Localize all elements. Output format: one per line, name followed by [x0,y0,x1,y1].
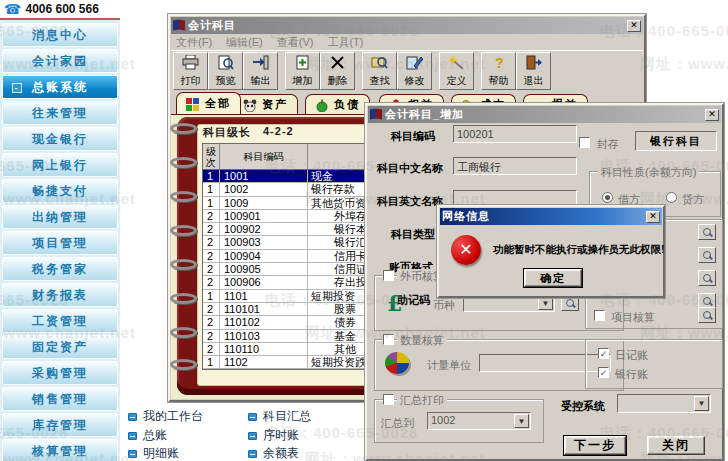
dialog-close-button[interactable]: ✕ [705,109,719,121]
binder-ring [170,293,197,304]
journal-checkbox[interactable] [598,348,609,359]
delete-icon [329,55,346,70]
help-button[interactable]: ? 帮助 [481,52,516,90]
binder-ring [170,157,197,168]
sidebar-item-general-ledger[interactable]: -总账系统 [2,75,118,99]
controlled-system-combobox[interactable]: ▼ [617,394,711,413]
print-button[interactable]: 打印 [173,52,208,90]
sidebar-item-inventory[interactable]: 库存管理 [2,413,118,437]
sidebar-item-fixed-assets[interactable]: 固定资产 [2,335,118,359]
unit-label: 计量单位 [427,358,471,373]
sidebar-item-cash-bank[interactable]: 现金银行 [2,127,118,151]
code-input[interactable]: 100201 [453,125,577,143]
next-button[interactable]: 下一步 [564,436,626,455]
link-my-workbench[interactable]: 我的工作台 [128,408,203,425]
toolbar: 打印 预览 输出 增加 删除 查找 [171,50,643,91]
sidebar-item-salary[interactable]: 工资管理 [2,309,118,333]
network-message-box: 网络信息 ✕ 功能暂时不能执行或操作员无此权限! 确定 [437,205,665,298]
nature-title: 科目性质(余额方向) [598,165,699,180]
exit-button[interactable]: 退出 [516,52,551,90]
binder-ring [170,359,197,370]
toolbar-separator [474,52,481,90]
link-icon [128,450,137,458]
type-label: 科目类型 [391,227,435,242]
tab-liabilities[interactable]: 负债 [305,94,370,114]
sidebar-item-accounting-home[interactable]: 会计家园 [2,49,118,73]
panda-icon [243,98,257,111]
chevron-down-icon[interactable]: ▼ [538,296,553,310]
find-button[interactable]: 查找 [362,52,397,90]
currency-label: 币种 [433,298,455,313]
export-button[interactable]: 输出 [243,52,278,90]
search-icon[interactable] [698,307,716,323]
menu-tools[interactable]: 工具(T) [327,35,363,50]
cn-name-input[interactable]: 工商银行 [453,157,577,175]
debit-radio[interactable] [602,192,613,203]
pie-chart-icon [385,352,409,374]
pound-icon: £ [387,290,402,316]
summary-print-checkbox[interactable] [383,394,394,405]
search-icon[interactable] [698,247,716,263]
dialog-titlebar[interactable]: 会计科目_增加 ✕ [368,106,721,123]
summary-groupbox: 汇总打印 汇总到 1002▼ [374,399,544,443]
chevron-down-icon[interactable]: ▼ [694,396,709,411]
book-icon [173,20,185,31]
sidebar-item-current-mgmt[interactable]: 往来管理 [2,101,118,125]
main-titlebar[interactable]: 会计科目 ✕ [171,17,643,34]
error-icon [451,235,481,265]
find-icon [371,55,388,70]
link-general-ledger[interactable]: 总账 [128,427,167,444]
menu-edit[interactable]: 编辑(E) [226,35,263,50]
sidebar-item-project[interactable]: 项目管理 [2,231,118,255]
link-balance-table[interactable]: 余额表 [248,445,299,461]
define-button[interactable]: 定义 [439,52,474,90]
link-detail-ledger[interactable]: 明细账 [128,445,179,461]
menu-file[interactable]: 文件(F) [176,35,212,50]
credit-label: 贷方 [682,192,704,207]
sidebar-item-cashier[interactable]: 出纳管理 [2,205,118,229]
level-length-label: 科目级长 [203,125,251,140]
delete-button[interactable]: 删除 [320,52,355,90]
all-grid-icon [186,97,200,110]
tab-all[interactable]: 全部 [176,92,241,114]
modify-button[interactable]: 修改 [397,52,432,90]
chevron-down-icon[interactable]: ▼ [514,414,529,428]
main-close-button[interactable]: ✕ [627,20,641,32]
sidebar-item-costing[interactable]: 核算管理 [2,439,118,461]
sidebar-item-sales[interactable]: 销售管理 [2,387,118,411]
add-button[interactable]: 增加 [285,52,320,90]
sidebar-item-purchase[interactable]: 采购管理 [2,361,118,385]
search-icon[interactable] [698,224,716,240]
toolbar-separator [355,52,362,90]
preview-button[interactable]: 预览 [208,52,243,90]
sidebar-item-message-center[interactable]: 消息中心 [2,23,118,47]
apple-icon [315,98,329,111]
dialog-title: 会计科目_增加 [385,107,702,122]
msgbox-close-button[interactable]: ✕ [646,211,660,223]
link-subject-summary[interactable]: 科目汇总 [248,408,311,425]
link-icon [128,432,137,440]
watermark-site: 网址：www.chanjet.net [640,55,728,74]
sidebar-item-tax[interactable]: 税务管家 [2,257,118,281]
tab-assets[interactable]: 资产 [233,94,298,114]
search-icon[interactable] [698,270,716,286]
credit-radio[interactable] [666,192,677,203]
bank-account-checkbox[interactable] [598,367,609,378]
link-journal[interactable]: 序时账 [248,427,299,444]
summary-to-label: 汇总到 [381,416,414,431]
sidebar-item-reports[interactable]: 财务报表 [2,283,118,307]
close-button[interactable]: 关闭 [647,436,705,455]
sidebar-item-chanjet-pay[interactable]: 畅捷支付 [2,179,118,203]
fx-checkbox[interactable] [383,270,394,281]
support-phone: ☎ 4006 600 566 [0,0,120,20]
en-name-label: 科目英文名称 [377,194,443,209]
qty-checkbox[interactable] [383,334,394,345]
menu-view[interactable]: 查看(V) [277,35,314,50]
ok-button[interactable]: 确定 [524,269,582,287]
exit-door-icon [525,55,542,70]
summary-to-combobox[interactable]: 1002▼ [427,412,531,430]
menubar: 文件(F) 编辑(E) 查看(V) 工具(T) [171,34,643,50]
seal-checkbox[interactable] [579,137,590,148]
sidebar-item-online-bank[interactable]: 网上银行 [2,153,118,177]
msgbox-titlebar[interactable]: 网络信息 ✕ [440,208,662,225]
